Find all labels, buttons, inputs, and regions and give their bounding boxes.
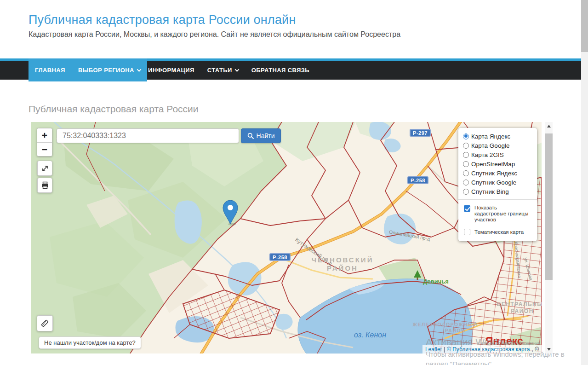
attribution-source-link[interactable]: © Публичная кадастровая карта xyxy=(447,346,530,353)
checkbox-icon xyxy=(464,205,470,212)
page-title: Публичная кадастровая карта России xyxy=(29,104,199,115)
search-input[interactable] xyxy=(57,128,239,143)
leaflet-link[interactable]: Leaflet xyxy=(425,346,442,353)
search-button[interactable]: Найти xyxy=(241,128,281,143)
nav-active-group: ГЛАВНАЯ ВЫБОР РЕГИОНА xyxy=(29,58,147,81)
overlay-thematic-map[interactable]: Тематическая карта xyxy=(458,227,537,237)
place-label-devichya: Девичья xyxy=(423,278,449,285)
radio-icon xyxy=(463,189,469,195)
map-container: Кутузовский пр-д Олимпийский пр-д ул. Кр… xyxy=(31,122,542,353)
layer-panel-divider xyxy=(458,199,537,200)
radio-icon xyxy=(463,152,469,158)
road-badge-r297: Р-297 xyxy=(410,129,431,137)
layer-option-label: OpenStreetMap xyxy=(471,161,515,168)
attribution-separator: | xyxy=(444,346,445,353)
layer-option-bing-sat[interactable]: Спутник Bing xyxy=(458,187,537,196)
layer-option-label: Спутник Яндекс xyxy=(471,170,517,177)
zoom-in-button[interactable]: + xyxy=(37,128,52,142)
checkbox-icon xyxy=(464,229,470,235)
site-title[interactable]: Публичная кадастровая карта России онлай… xyxy=(29,13,296,27)
watermark-line-3: раздел "Параметры". xyxy=(426,360,565,365)
site-header: Публичная кадастровая карта России онлай… xyxy=(0,0,581,58)
nav-item-region[interactable]: ВЫБОР РЕГИОНА xyxy=(72,67,147,74)
zoom-control: + − xyxy=(37,128,52,156)
nav-item-info-label: ИНФОРМАЦИЯ xyxy=(148,67,194,74)
browser-scrollbar xyxy=(581,0,588,365)
ruler-icon xyxy=(40,319,50,328)
nav-item-feedback[interactable]: ОБРАТНАЯ СВЯЗЬ xyxy=(245,67,316,74)
nav-item-home-label: ГЛАВНАЯ xyxy=(35,67,65,74)
main-nav: ГЛАВНАЯ ВЫБОР РЕГИОНА ИНФОРМАЦИЯ СТАТЬИ … xyxy=(0,58,581,81)
print-button[interactable] xyxy=(37,178,52,193)
radio-icon xyxy=(463,170,469,176)
district-label-central-1: ЦЕНТРАЛЬНЫЙ xyxy=(497,301,542,307)
chevron-down-icon xyxy=(137,67,141,72)
layer-option-label: Спутник Google xyxy=(471,179,516,186)
fullscreen-button[interactable] xyxy=(37,161,52,176)
nav-rest: ИНФОРМАЦИЯ СТАТЬИ ОБРАТНАЯ СВЯЗЬ xyxy=(142,61,316,80)
road-badge-r258-lower: Р-258 xyxy=(269,253,291,261)
layer-control-panel: Карта Яндекс Карта Google Карта 2GIS Ope… xyxy=(458,128,537,241)
nav-item-feedback-label: ОБРАТНАЯ СВЯЗЬ xyxy=(251,67,309,74)
radio-icon xyxy=(463,133,469,139)
district-label-zhd-1: ЖЕЛЕЗНОДОРОЖНЫЙ xyxy=(412,322,478,327)
nav-item-info[interactable]: ИНФОРМАЦИЯ xyxy=(142,67,201,74)
scrollbar-thumb[interactable] xyxy=(545,133,553,280)
road-badge-r258-upper: Р-258 xyxy=(407,176,428,184)
radio-icon xyxy=(463,143,469,149)
nav-item-articles-label: СТАТЬИ xyxy=(207,67,232,74)
lake-label: оз. Кенон xyxy=(354,331,386,339)
layer-option-label: Спутник Bing xyxy=(471,188,509,195)
printer-icon xyxy=(41,181,49,189)
overlay-cadastre-borders[interactable]: Показать кадастровые границы участков xyxy=(458,203,537,224)
layer-option-label: Карта 2GIS xyxy=(471,151,504,158)
layer-option-google-map[interactable]: Карта Google xyxy=(458,141,537,150)
layer-option-google-sat[interactable]: Спутник Google xyxy=(458,178,537,187)
layer-option-label: Карта Google xyxy=(471,142,509,149)
measure-button[interactable] xyxy=(37,315,53,331)
layer-option-2gis-map[interactable]: Карта 2GIS xyxy=(458,150,537,159)
nav-item-articles[interactable]: СТАТЬИ xyxy=(201,67,245,74)
scroll-down-arrow[interactable] xyxy=(547,348,551,351)
fullscreen-icon xyxy=(41,165,49,172)
layer-option-label: Карта Яндекс xyxy=(471,133,510,140)
search-button-label: Найти xyxy=(257,132,275,139)
district-label-chernovsky-2: РАЙОН xyxy=(327,264,358,272)
overlay-label: Показать кадастровые границы участков xyxy=(474,205,529,223)
scroll-up-arrow[interactable] xyxy=(547,125,551,127)
help-link[interactable]: Не нашли участок/дом на карте? xyxy=(39,336,141,349)
map-pane-scrollbar xyxy=(545,122,553,353)
layer-option-osm[interactable]: OpenStreetMap xyxy=(458,159,537,168)
layer-option-yandex-sat[interactable]: Спутник Яндекс xyxy=(458,168,537,178)
district-label-central-2: РАЙОН xyxy=(511,307,534,314)
map-attribution: Leaflet | © Публичная кадастровая карта … xyxy=(422,345,542,353)
overlay-label: Тематическая карта xyxy=(474,228,524,235)
radio-icon xyxy=(463,161,469,167)
page: Публичная кадастровая карта России онлай… xyxy=(0,0,588,365)
nav-item-home[interactable]: ГЛАВНАЯ xyxy=(29,67,72,74)
chevron-down-icon xyxy=(234,67,239,72)
district-label-zhd-2: РАЙОН xyxy=(445,328,465,333)
browser-scrollbar-thumb[interactable] xyxy=(581,0,588,52)
zoom-out-button[interactable]: − xyxy=(37,143,52,156)
nav-item-region-label: ВЫБОР РЕГИОНА xyxy=(78,67,134,74)
site-subtitle: Кадастровая карта России, Москвы, и кажд… xyxy=(29,30,400,39)
radio-icon xyxy=(463,180,469,185)
attribution-tail: , © xyxy=(531,346,539,353)
search-icon xyxy=(247,133,254,139)
district-label-chernovsky-1: ЧЕРНОВСКИЙ xyxy=(312,256,374,264)
layer-option-yandex-map[interactable]: Карта Яндекс xyxy=(458,132,537,141)
